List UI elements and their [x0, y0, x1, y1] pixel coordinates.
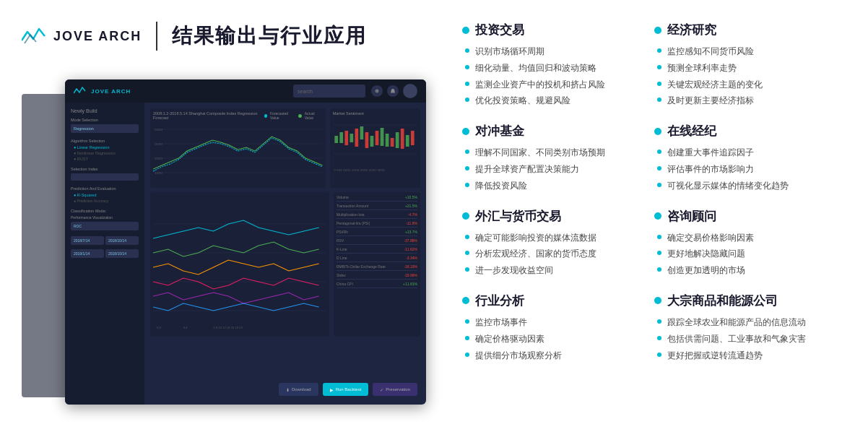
item-text: 细化动量、均值回归和波动策略 [475, 62, 596, 74]
cat-dot [654, 212, 661, 220]
svg-rect-18 [360, 126, 363, 139]
svg-rect-26 [401, 129, 404, 149]
list-item: 关键宏观经济主题的变化 [657, 79, 839, 91]
run-backtest-button[interactable]: ▶ Run Backtest [323, 383, 369, 396]
svg-text:0  500  1000  1500  2000  2500: 0 500 1000 1500 2000 2500 3000 [334, 168, 385, 172]
download-button[interactable]: ⬇ Download [279, 383, 318, 396]
bell-icon [390, 88, 396, 94]
cat-dot [654, 297, 661, 304]
cat-title-text: 对冲基金 [475, 123, 524, 139]
metric-row: RMB/To Dollar Exchange Rate -18.19% [337, 264, 417, 271]
list-item: 创造更加透明的市场 [657, 264, 839, 277]
item-text: 确定交易价格影响因素 [667, 232, 754, 244]
svg-rect-15 [344, 131, 348, 145]
item-bullet [657, 353, 661, 357]
list-item: 提供细分市场观察分析 [465, 350, 647, 362]
dash-logo-small: JOVE ARCH [74, 86, 131, 96]
sidebar-pred-label: Prediction And Evaluation [71, 186, 139, 191]
item-text: 提供细分市场观察分析 [475, 350, 562, 362]
item-text: 优化投资策略、规避风险 [475, 95, 570, 107]
sidebar-mode-input: Regression [71, 124, 139, 133]
download-label: Download [292, 387, 311, 392]
metric-row: China CPI +11.81% [337, 282, 417, 288]
right-section: 投资交易识别市场循环周期细化动量、均值回归和波动策略监测企业资产中的投机和挤占风… [448, 0, 868, 432]
item-text: 监控感知不同货币风险 [667, 46, 754, 58]
metric-name: PSI/Rh [337, 230, 348, 234]
multiline-chart: 0.2 0.4 6 8 10 12 14 16 18 20 [150, 192, 329, 337]
item-bullet [465, 319, 469, 324]
metric-value: +13.7% [405, 230, 417, 234]
logo-icon [22, 26, 48, 46]
list-item: 监控市场事件 [465, 316, 647, 329]
sidebar-class-value: ROC [74, 224, 82, 228]
dash-icons [371, 84, 417, 98]
category-economy: 经济研究监控感知不同货币风险预测全球利率走势关键宏观经济主题的变化及时更新主要经… [654, 22, 846, 123]
dash-main: 2008:1.2-2018.5.14 Shanghai Composite In… [144, 103, 426, 405]
sidebar-mode-selection: Mode Selection Regression [71, 118, 139, 133]
item-text: 创造更加透明的市场 [667, 264, 745, 277]
svg-rect-24 [390, 138, 394, 147]
category-items-commodity: 跟踪全球农业和能源产品的信息流动包括供需问题、工业事故和气象灾害更好把握或逆转流… [654, 316, 839, 361]
legend-dot-actual [298, 114, 302, 118]
cat-dot [654, 128, 661, 135]
page-title: 结果输出与行业应用 [172, 22, 367, 50]
list-item: 确定价格驱动因素 [465, 333, 647, 345]
svg-rect-22 [380, 128, 383, 146]
metric-name: D Line [337, 256, 347, 260]
main-chart-title-row: 2008:1.2-2018.5.14 Shanghai Composite In… [153, 111, 323, 120]
sentiment-chart-svg: 0 500 1000 1500 2000 2500 3000 [333, 118, 417, 172]
dash-sidebar: Newly Build Mode Selection Regression Al… [65, 103, 144, 405]
item-bullet [657, 336, 661, 340]
list-item: 及时更新主要经济指标 [657, 95, 839, 107]
item-bullet [657, 183, 661, 187]
item-bullet [465, 48, 469, 53]
svg-text:6  8  10  12  14  16  18  20: 6 8 10 12 14 16 18 20 [213, 326, 243, 329]
preservation-button[interactable]: ✓ Preservation [373, 383, 417, 396]
item-bullet [465, 98, 469, 102]
category-items-consulting: 确定交易价格影响因素更好地解决隐藏问题创造更加透明的市场 [654, 232, 839, 277]
item-bullet [465, 65, 469, 69]
dash-content: Newly Build Mode Selection Regression Al… [65, 103, 426, 405]
svg-rect-21 [375, 131, 378, 145]
svg-rect-14 [339, 132, 343, 143]
cat-title-text: 大宗商品和能源公司 [667, 293, 778, 309]
category-title-forex: 外汇与货币交易 [462, 208, 647, 225]
sidebar-class-input: ROC [71, 222, 139, 230]
logo-area: JOVE ARCH [22, 26, 142, 46]
item-bullet [465, 267, 469, 272]
category-title-economy: 经济研究 [654, 22, 839, 38]
sidebar-algo: Algorithm Selection ● Linear Regression … [71, 139, 139, 161]
metrics-rows-container: Volume +10.5% Transaction Amount +21.5% … [337, 195, 417, 288]
svg-rect-13 [334, 136, 338, 143]
item-text: 进一步发现收益空间 [475, 264, 553, 277]
metric-name: China CPI [337, 282, 353, 286]
metric-value: -19.99% [404, 273, 417, 277]
metric-name: Transaction Amount [337, 204, 368, 208]
dash-logo-text: JOVE ARCH [91, 88, 131, 95]
item-text: 评估事件的市场影响力 [667, 163, 754, 176]
header-divider [156, 22, 157, 51]
metric-value: -11.8% [406, 221, 417, 225]
main-chart: 2008:1.2-2018.5.14 Shanghai Composite In… [150, 108, 326, 188]
list-item: 监测企业资产中的投机和挤占风险 [465, 79, 647, 91]
sidebar-date-end: 2018/10/14 [105, 236, 139, 245]
cat-title-text: 经济研究 [667, 22, 716, 38]
metric-value: -3.34% [406, 256, 417, 260]
item-text: 降低投资风险 [475, 180, 527, 192]
category-title-online_broker: 在线经纪 [654, 123, 839, 139]
cat-dot [654, 27, 661, 34]
item-bullet [657, 235, 661, 239]
metric-name: Stdev [337, 273, 346, 277]
svg-rect-20 [370, 136, 373, 147]
charts-top-row: 2008:1.2-2018.5.14 Shanghai Composite In… [150, 108, 420, 188]
cat-dot [462, 212, 469, 220]
metric-value: -4.7% [408, 212, 417, 217]
list-item: 细化动量、均值回归和波动策略 [465, 62, 647, 74]
item-text: 及时更新主要经济指标 [667, 95, 754, 107]
sidebar-mode-label: Mode Selection [71, 118, 139, 122]
metric-name: Multiplication-lota [337, 212, 365, 217]
list-item: 预测全球利率走势 [657, 62, 839, 74]
dash-sidebar-title: Newly Build [71, 108, 139, 113]
left-section: JOVE ARCH 结果输出与行业应用 JOVE ARCH [0, 0, 448, 432]
sidebar-sel-btn [71, 173, 139, 181]
